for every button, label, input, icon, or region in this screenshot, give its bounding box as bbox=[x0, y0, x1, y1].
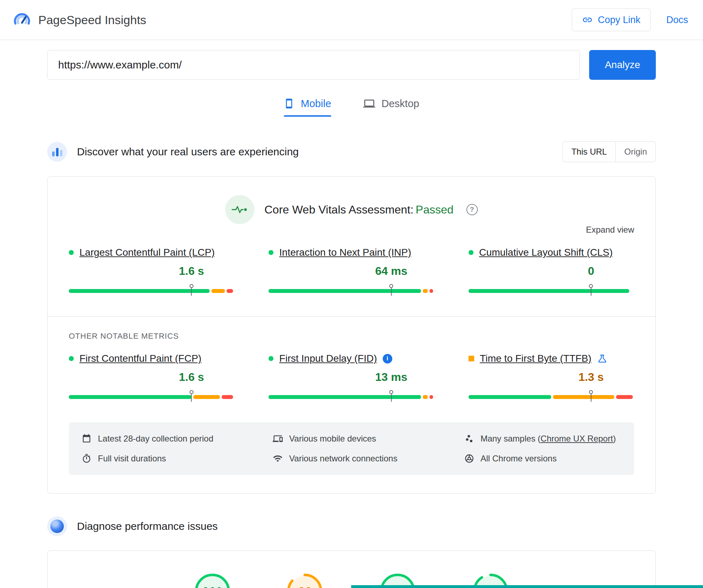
chrome-versions-text: All Chrome versions bbox=[481, 454, 557, 464]
good-rating-dot bbox=[469, 250, 474, 255]
pulse-icon bbox=[225, 195, 254, 224]
copy-link-label: Copy Link bbox=[598, 15, 640, 26]
smartphone-icon bbox=[284, 98, 294, 109]
bar-poor-segment bbox=[227, 289, 233, 293]
score-gauge: 86 bbox=[286, 573, 323, 588]
collection-details-box: Latest 28-day collection period Various … bbox=[69, 422, 634, 475]
app-header: PageSpeed Insights Copy Link Docs bbox=[0, 0, 703, 40]
network-icon bbox=[273, 454, 283, 464]
bar-good-segment bbox=[469, 395, 552, 399]
metric-distribution: 64 ms bbox=[269, 260, 434, 300]
marker-stem bbox=[591, 394, 591, 402]
real-users-icon bbox=[47, 142, 67, 162]
score-value: 86 bbox=[286, 573, 323, 588]
chrome-icon bbox=[464, 454, 474, 464]
scope-origin[interactable]: Origin bbox=[615, 142, 655, 162]
help-icon[interactable]: ? bbox=[466, 204, 478, 215]
crux-report-link[interactable]: Chrome UX Report bbox=[541, 434, 613, 443]
category-accessibility[interactable]: 86 Accessibility bbox=[278, 573, 331, 588]
collection-period-text: Latest 28-day collection period bbox=[98, 434, 214, 444]
url-bar: Analyze bbox=[47, 50, 656, 80]
good-rating-dot bbox=[269, 356, 273, 361]
core-web-vitals-card: Core Web Vitals Assessment:Passed ? Expa… bbox=[47, 176, 656, 494]
bar-good-segment bbox=[69, 289, 210, 293]
distribution-bar bbox=[269, 395, 434, 399]
collection-period-item: Latest 28-day collection period bbox=[82, 434, 239, 444]
bar-ni-segment bbox=[423, 289, 428, 293]
metric-distribution: 1.6 s bbox=[69, 260, 234, 300]
docs-link[interactable]: Docs bbox=[666, 15, 688, 26]
metric-link-fid[interactable]: First Input Delay (FID) bbox=[279, 353, 377, 364]
metric-value: 1.6 s bbox=[179, 371, 204, 384]
pagespeed-logo-icon bbox=[12, 10, 32, 30]
visit-durations-text: Full visit durations bbox=[98, 454, 166, 464]
metric-distribution: 1.6 s bbox=[69, 366, 234, 406]
p75-marker bbox=[189, 284, 193, 296]
analyze-button[interactable]: Analyze bbox=[589, 50, 656, 80]
assessment-result: Passed bbox=[416, 203, 454, 216]
bar-poor-segment bbox=[430, 395, 433, 399]
lab-data-section-head: Diagnose performance issues bbox=[47, 516, 656, 536]
marker-dot bbox=[589, 390, 593, 394]
p75-marker bbox=[589, 284, 593, 296]
core-metrics-grid: Largest Contentful Paint (LCP) 1.6 s bbox=[69, 247, 634, 300]
metric-link-inp[interactable]: Interaction to Next Paint (INP) bbox=[279, 247, 411, 258]
p75-marker bbox=[389, 284, 393, 296]
next-section-peek bbox=[351, 585, 703, 588]
device-tabs: Mobile Desktop bbox=[47, 98, 656, 117]
good-rating-dot bbox=[69, 356, 74, 361]
metric-distribution: 0 bbox=[469, 260, 634, 300]
metric-value: 1.6 s bbox=[179, 265, 204, 278]
tab-desktop[interactable]: Desktop bbox=[363, 98, 419, 117]
score-gauge: 100 bbox=[194, 573, 231, 588]
app-brand: PageSpeed Insights bbox=[12, 10, 146, 30]
metric-link-lcp[interactable]: Largest Contentful Paint (LCP) bbox=[79, 247, 215, 258]
distribution-bar bbox=[469, 395, 634, 399]
experiment-flask-icon[interactable] bbox=[597, 353, 608, 364]
chrome-versions-item: All Chrome versions bbox=[464, 454, 621, 464]
bar-ni-segment bbox=[211, 289, 225, 293]
devices-item: Various mobile devices bbox=[273, 434, 430, 444]
mobile-devices-icon bbox=[273, 434, 283, 444]
category-performance[interactable]: 100 Performance bbox=[186, 573, 239, 588]
good-rating-dot bbox=[269, 250, 273, 255]
distribution-bar bbox=[69, 395, 234, 399]
marker-dot bbox=[389, 390, 393, 394]
metric-fcp: First Contentful Paint (FCP) 1.6 s bbox=[69, 353, 234, 406]
other-metrics-grid: First Contentful Paint (FCP) 1.6 s bbox=[69, 353, 634, 406]
metric-value: 64 ms bbox=[375, 265, 408, 278]
bar-poor-segment bbox=[616, 395, 633, 399]
card-divider bbox=[48, 316, 655, 317]
metric-link-ttfb[interactable]: Time to First Byte (TTFB) bbox=[480, 353, 592, 364]
calendar-icon bbox=[82, 434, 92, 444]
metric-lcp: Largest Contentful Paint (LCP) 1.6 s bbox=[69, 247, 234, 300]
visit-durations-item: Full visit durations bbox=[82, 454, 239, 464]
metric-distribution: 13 ms bbox=[269, 366, 434, 406]
bar-ni-segment bbox=[553, 395, 614, 399]
expand-view-link[interactable]: Expand view bbox=[69, 225, 634, 235]
marker-stem bbox=[191, 288, 192, 296]
metric-link-cls[interactable]: Cumulative Layout Shift (CLS) bbox=[479, 247, 613, 258]
tab-mobile[interactable]: Mobile bbox=[284, 98, 331, 117]
bar-good-segment bbox=[469, 289, 629, 293]
metric-link-fcp[interactable]: First Contentful Paint (FCP) bbox=[79, 353, 201, 364]
tab-mobile-label: Mobile bbox=[301, 98, 331, 110]
scope-this-url[interactable]: This URL bbox=[563, 142, 615, 162]
other-metrics-label: OTHER NOTABLE METRICS bbox=[69, 332, 634, 341]
marker-dot bbox=[189, 284, 193, 288]
marker-dot bbox=[189, 390, 193, 394]
metric-fid: First Input Delay (FID) i 13 ms bbox=[269, 353, 434, 406]
info-icon[interactable]: i bbox=[383, 354, 392, 364]
url-input[interactable] bbox=[47, 50, 580, 80]
bar-poor-segment bbox=[222, 395, 233, 399]
metric-ttfb: Time to First Byte (TTFB) 1.3 s bbox=[469, 353, 634, 406]
bar-good-segment bbox=[69, 395, 192, 399]
distribution-bar bbox=[69, 289, 234, 293]
copy-link-button[interactable]: Copy Link bbox=[572, 9, 651, 31]
field-data-section-head: Discover what your real users are experi… bbox=[47, 142, 656, 162]
marker-dot bbox=[389, 284, 393, 288]
connections-item: Various network connections bbox=[273, 454, 430, 464]
diagnose-gauge-icon bbox=[47, 516, 67, 536]
app-title: PageSpeed Insights bbox=[38, 13, 146, 27]
devices-text: Various mobile devices bbox=[289, 434, 376, 444]
